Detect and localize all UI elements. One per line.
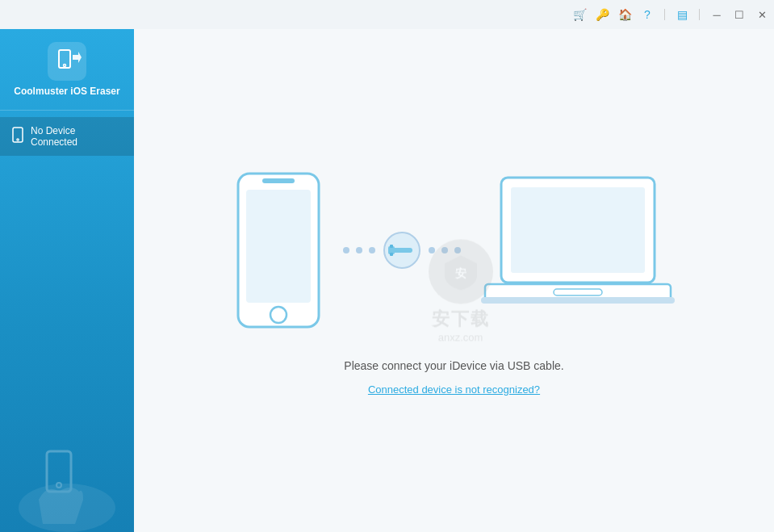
help-icon[interactable]: ? (640, 8, 655, 21)
dot5 (441, 247, 448, 253)
svg-rect-17 (511, 187, 645, 273)
feedback-icon[interactable]: ▤ (675, 8, 689, 21)
maximize-button[interactable]: ☐ (732, 7, 747, 23)
minimize-button[interactable]: ─ (709, 7, 724, 23)
illustration (230, 165, 679, 335)
svg-point-1 (64, 65, 66, 67)
dot6 (454, 247, 461, 253)
title-bar: 🛒 🔑 🏠 ? ▤ ─ ☐ ✕ (0, 0, 774, 29)
dot2 (356, 247, 362, 253)
main-content: 安 安下载 anxz.com Please connect your iDevi… (134, 29, 774, 532)
separator2 (699, 9, 700, 20)
device-icon (11, 127, 24, 146)
phone-illustration (230, 165, 327, 335)
home-icon[interactable]: 🏠 (617, 8, 632, 21)
sidebar-bottom-art (0, 427, 134, 532)
dot1 (343, 247, 349, 253)
app-body: Coolmuster iOS Eraser No Device Connecte… (0, 29, 774, 532)
svg-rect-0 (59, 50, 70, 68)
sidebar-item-no-device[interactable]: No Device Connected (0, 117, 134, 156)
sidebar-logo: Coolmuster iOS Eraser (0, 29, 134, 111)
search-icon[interactable]: 🔑 (595, 8, 609, 21)
title-bar-icons: 🛒 🔑 🏠 ? ▤ ─ ☐ ✕ (572, 7, 769, 23)
svg-rect-8 (262, 178, 295, 183)
svg-rect-10 (246, 190, 311, 303)
app-title: Coolmuster iOS Eraser (14, 86, 119, 98)
laptop-illustration (477, 170, 679, 331)
svg-rect-15 (390, 253, 393, 256)
usb-plug-icon (382, 230, 422, 270)
svg-rect-2 (13, 128, 23, 142)
dot4 (429, 247, 435, 253)
no-device-label: No Device Connected (31, 125, 123, 148)
cart-icon[interactable]: 🛒 (572, 8, 587, 21)
svg-rect-14 (390, 245, 393, 248)
logo-icon (48, 42, 86, 81)
dot3 (369, 247, 375, 253)
usb-connector (343, 230, 461, 270)
svg-point-3 (17, 138, 19, 140)
separator (664, 9, 665, 20)
close-button[interactable]: ✕ (755, 7, 769, 23)
sidebar: Coolmuster iOS Eraser No Device Connecte… (0, 29, 134, 532)
sidebar-nav: No Device Connected (0, 111, 134, 156)
help-link[interactable]: Connected device is not recognized? (368, 383, 540, 396)
connect-instruction-text: Please connect your iDevice via USB cabl… (344, 359, 563, 372)
svg-rect-20 (481, 297, 675, 304)
